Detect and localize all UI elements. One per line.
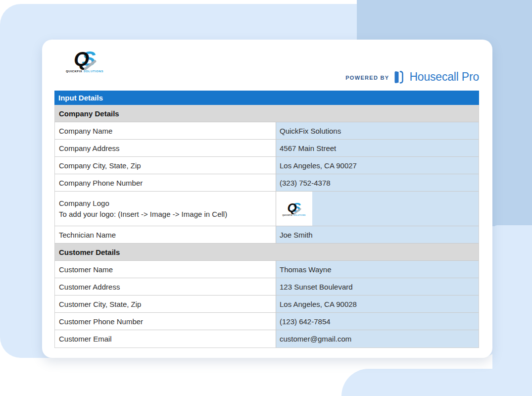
powered-by-branding: POWERED BY Housecall Pro bbox=[345, 68, 479, 85]
quickfix-logo: QSQUICKFIX SOLUTIONS bbox=[66, 49, 103, 73]
label-cell: Customer Name bbox=[55, 261, 276, 278]
value-cell[interactable]: 4567 Main Street bbox=[276, 140, 479, 156]
value-cell[interactable]: QuickFix Solutions bbox=[276, 122, 479, 139]
value-cell[interactable]: (123) 642-7854 bbox=[276, 313, 479, 330]
value-cell[interactable]: 123 Sunset Boulevard bbox=[276, 278, 479, 295]
quickfix-logo: QSQUICKFIX SOLUTIONS bbox=[283, 201, 306, 216]
label-cell: Company LogoTo add your logo: (Insert ->… bbox=[55, 192, 276, 226]
value-cell[interactable]: Joe Smith bbox=[276, 226, 479, 243]
background-bottom-band bbox=[341, 369, 532, 396]
label-cell: Technician Name bbox=[55, 226, 276, 243]
table-row: Technician NameJoe Smith bbox=[55, 226, 479, 244]
logo-caption-quickfix: QUICKFIX bbox=[66, 70, 82, 73]
value-cell[interactable]: (323) 752-4378 bbox=[276, 174, 479, 191]
label-cell: Company Address bbox=[55, 140, 276, 156]
table-row: Customer City, State, ZipLos Angeles, CA… bbox=[55, 296, 479, 313]
label-cell: Customer Address bbox=[55, 278, 276, 295]
table-row: Company Phone Number(323) 752-4378 bbox=[55, 174, 479, 192]
label-cell: Company Phone Number bbox=[55, 174, 276, 191]
housecall-pro-icon bbox=[393, 70, 405, 84]
table-body: Company DetailsCompany NameQuickFix Solu… bbox=[54, 105, 479, 348]
value-cell[interactable]: customer@gmail.com bbox=[276, 330, 479, 347]
table-row: Company NameQuickFix Solutions bbox=[55, 122, 479, 140]
label-cell: Customer City, State, Zip bbox=[55, 296, 276, 312]
table-row: Customer NameThomas Wayne bbox=[55, 261, 479, 278]
sheet-card: QSQUICKFIX SOLUTIONS POWERED BY Housecal… bbox=[42, 40, 492, 358]
label-cell: Company City, State, Zip bbox=[55, 157, 276, 174]
table-title-bar: Input Details bbox=[54, 91, 479, 105]
table-row: Company City, State, ZipLos Angeles, CA … bbox=[55, 157, 479, 174]
table-row: Customer Address123 Sunset Boulevard bbox=[55, 278, 479, 296]
details-table: Input Details Company DetailsCompany Nam… bbox=[54, 91, 479, 348]
table-row: Customer Emailcustomer@gmail.com bbox=[55, 330, 479, 347]
label-cell: Customer Email bbox=[55, 330, 276, 347]
value-cell[interactable]: Thomas Wayne bbox=[276, 261, 479, 278]
powered-by-label: POWERED BY bbox=[345, 75, 389, 81]
quickfix-logo: QSQUICKFIX SOLUTIONS bbox=[66, 49, 103, 74]
label-cell: Customer Phone Number bbox=[55, 313, 276, 330]
value-cell[interactable]: Los Angeles, CA 90028 bbox=[276, 296, 479, 312]
value-cell[interactable]: Los Angeles, CA 90027 bbox=[276, 157, 479, 174]
housecall-pro-wordmark: Housecall Pro bbox=[409, 70, 479, 84]
label-cell: Company Name bbox=[55, 122, 276, 139]
section-header-row: Company Details bbox=[55, 105, 479, 122]
table-row: Company Address4567 Main Street bbox=[55, 140, 479, 157]
logo-caption-quickfix: QUICKFIX bbox=[283, 214, 293, 216]
company-logo-cell[interactable]: QSQUICKFIX SOLUTIONS bbox=[276, 192, 479, 226]
table-row: Company LogoTo add your logo: (Insert ->… bbox=[55, 192, 479, 226]
company-logo-image: QSQUICKFIX SOLUTIONS bbox=[276, 192, 312, 226]
section-header-row: Customer Details bbox=[55, 244, 479, 261]
table-row: Customer Phone Number(123) 642-7854 bbox=[55, 313, 479, 330]
